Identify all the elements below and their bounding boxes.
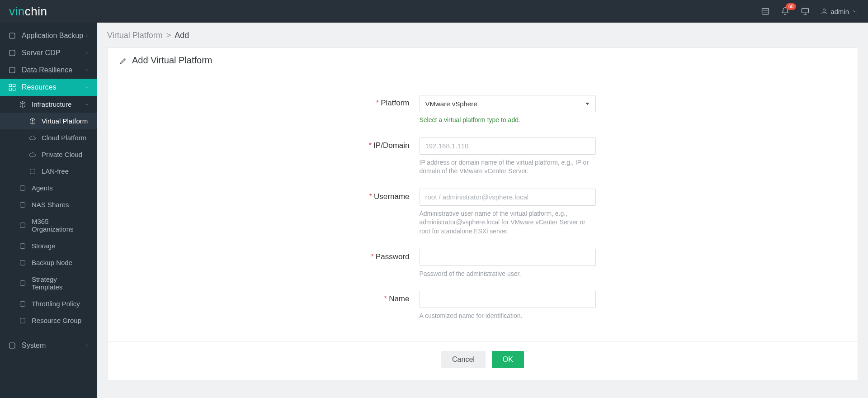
sidebar-item-label: Strategy Templates	[32, 275, 89, 291]
svg-rect-16	[20, 202, 25, 207]
sidebar-item-system[interactable]: System	[0, 337, 97, 354]
sidebar-item-data-resilience[interactable]: Data Resilience	[0, 62, 97, 79]
logo-part1: vin	[9, 5, 25, 18]
panel-header: Add Virtual Platform	[108, 48, 858, 73]
svg-rect-13	[13, 88, 15, 90]
svg-rect-22	[20, 318, 25, 323]
name-input[interactable]	[420, 291, 596, 308]
bell-icon[interactable]: 60	[781, 7, 790, 16]
notification-badge: 60	[786, 3, 796, 10]
sidebar-item-application-backup[interactable]: Application Backup	[0, 27, 97, 44]
sidebar-item-storage[interactable]: Storage	[0, 237, 97, 254]
sidebar-item-label: Application Backup	[22, 32, 83, 40]
sidebar-item-nas-shares[interactable]: NAS Shares	[0, 196, 97, 213]
svg-rect-18	[20, 243, 25, 248]
sidebar-item-label: Virtual Platform	[42, 117, 88, 125]
panel: Add Virtual Platform *Platform VMware vS…	[107, 47, 858, 380]
breadcrumb-parent[interactable]: Virtual Platform	[107, 31, 163, 40]
svg-rect-8	[9, 50, 15, 56]
chevron-down-icon	[852, 8, 859, 15]
label-password: *Password	[234, 249, 420, 261]
sidebar-item-label: Private Cloud	[42, 151, 82, 158]
sidebar-item-infrastructure[interactable]: Infrastructure	[0, 96, 97, 113]
logo-part2: chin	[25, 5, 47, 18]
svg-rect-12	[9, 88, 11, 90]
row-platform: *Platform VMware vSphere Select a virtua…	[234, 95, 731, 125]
sidebar-item-server-cdp[interactable]: Server CDP	[0, 44, 97, 62]
ipdomain-input[interactable]	[420, 137, 596, 155]
password-input[interactable]	[420, 249, 596, 266]
sidebar-item-label: LAN-free	[42, 167, 69, 175]
row-name: *Name A customized name for identificati…	[234, 291, 731, 321]
svg-rect-10	[9, 84, 11, 86]
svg-rect-11	[13, 84, 15, 86]
username-input[interactable]	[420, 189, 596, 206]
label-ipdomain: *IP/Domain	[234, 137, 420, 150]
form: *Platform VMware vSphere Select a virtua…	[108, 73, 858, 338]
sidebar-item-label: Data Resilience	[22, 66, 72, 74]
panel-title: Add Virtual Platform	[132, 55, 212, 66]
sidebar-item-lan-free[interactable]: LAN-free	[0, 163, 97, 180]
label-name: *Name	[234, 291, 420, 303]
sidebar-item-throttling-policy[interactable]: Throttling Policy	[0, 295, 97, 312]
sidebar-item-private-cloud[interactable]: Private Cloud	[0, 146, 97, 163]
label-platform: *Platform	[234, 95, 420, 108]
row-username: *Username Administrative user name of th…	[234, 189, 731, 236]
platform-select[interactable]: VMware vSphere	[420, 95, 596, 112]
sidebar-item-label: Throttling Policy	[32, 300, 80, 308]
sidebar-item-label: NAS Shares	[32, 201, 69, 208]
row-ipdomain: *IP/Domain IP address or domain name of …	[234, 137, 731, 176]
row-password: *Password Password of the administrative…	[234, 249, 731, 279]
help-ipdomain: IP address or domain name of the virtual…	[420, 158, 596, 176]
svg-rect-17	[20, 223, 25, 228]
sidebar-item-agents[interactable]: Agents	[0, 180, 97, 196]
svg-point-6	[823, 9, 825, 11]
svg-rect-7	[9, 33, 15, 38]
sidebar-item-label: Backup Node	[32, 259, 72, 266]
svg-rect-23	[9, 343, 15, 348]
topbar: vinchin 60 admin	[0, 0, 868, 23]
svg-rect-20	[20, 281, 25, 286]
svg-rect-0	[762, 8, 769, 14]
sidebar-item-label: M365 Organizations	[32, 218, 89, 233]
svg-rect-15	[20, 185, 25, 190]
sidebar-item-label: Resource Group	[32, 317, 81, 324]
user-menu[interactable]: admin	[821, 8, 859, 15]
svg-rect-14	[30, 169, 35, 174]
cancel-button[interactable]: Cancel	[441, 351, 486, 368]
sidebar-item-resource-group[interactable]: Resource Group	[0, 312, 97, 329]
sidebar-item-virtual-platform[interactable]: Virtual Platform	[0, 113, 97, 129]
breadcrumb-sep: >	[166, 31, 171, 40]
sidebar-item-label: Agents	[32, 184, 53, 192]
help-username: Administrative user name of the virtual …	[420, 209, 596, 236]
logo: vinchin	[9, 5, 47, 19]
sidebar: Application BackupServer CDPData Resilie…	[0, 23, 97, 398]
label-username: *Username	[234, 189, 420, 201]
svg-rect-9	[9, 67, 15, 73]
sidebar-item-resources[interactable]: Resources	[0, 79, 97, 96]
help-platform: Select a virtual platform type to add.	[420, 116, 596, 125]
user-label: admin	[830, 8, 849, 15]
monitor-icon[interactable]	[801, 7, 810, 16]
svg-rect-3	[802, 8, 809, 13]
edit-icon	[119, 57, 127, 65]
content: Virtual Platform > Add Add Virtual Platf…	[97, 23, 868, 398]
breadcrumb: Virtual Platform > Add	[107, 31, 858, 40]
sidebar-item-cloud-platform[interactable]: Cloud Platform	[0, 129, 97, 146]
sidebar-item-strategy-templates[interactable]: Strategy Templates	[0, 271, 97, 295]
ok-button[interactable]: OK	[492, 351, 524, 368]
svg-rect-21	[20, 301, 25, 306]
topbar-right: 60 admin	[761, 7, 859, 16]
sidebar-item-backup-node[interactable]: Backup Node	[0, 254, 97, 271]
actions: Cancel OK	[108, 341, 858, 380]
svg-rect-19	[20, 260, 25, 265]
breadcrumb-current: Add	[175, 31, 189, 40]
sidebar-item-label: Resources	[22, 83, 56, 91]
list-icon[interactable]	[761, 7, 770, 16]
help-password: Password of the administrative user.	[420, 270, 596, 279]
sidebar-item-label: Server CDP	[22, 49, 60, 57]
help-name: A customized name for identification.	[420, 312, 596, 321]
sidebar-item-label: Cloud Platform	[42, 134, 86, 142]
sidebar-item-label: System	[22, 341, 46, 350]
sidebar-item-m365-organizations[interactable]: M365 Organizations	[0, 213, 97, 237]
